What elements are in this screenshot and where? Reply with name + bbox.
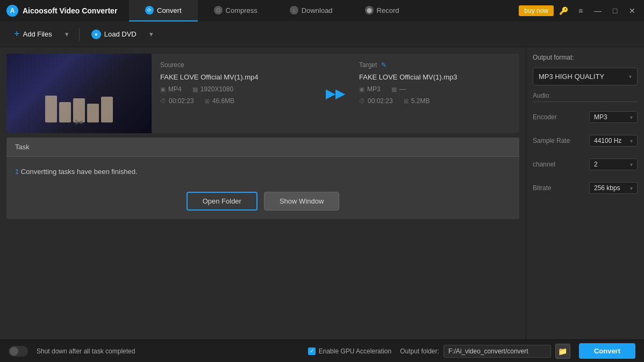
target-size-icon: ⊞ — [404, 98, 409, 105]
target-format-icon: ▣ — [359, 86, 364, 93]
app-icon: A — [6, 5, 18, 17]
tab-record[interactable]: ⬤ Record — [349, 0, 416, 21]
content-area: ✂ Sourece FAKE LOVE Official MV(1).mp4 ▣… — [0, 47, 526, 339]
compress-tab-icon: ⬡ — [214, 6, 223, 15]
compress-tab-label: Compress — [226, 6, 257, 15]
target-resolution: ▦ — — [391, 85, 406, 93]
convert-tab-icon: ⟳ — [145, 6, 154, 15]
tab-compress[interactable]: ⬡ Compress — [198, 0, 274, 21]
buy-now-button[interactable]: buy now — [519, 5, 554, 16]
tab-download[interactable]: ↓ Download — [274, 0, 349, 21]
task-dialog-header: Task — [6, 137, 519, 157]
plus-icon: + — [14, 28, 20, 40]
key-icon[interactable]: 🔑 — [556, 3, 571, 18]
menu-icon[interactable]: ≡ — [573, 3, 588, 18]
statusbar: Shut down after all task completed ✓ Ena… — [0, 339, 644, 362]
target-header: Target ✎ — [359, 61, 511, 69]
open-folder-button[interactable]: Open Folder — [187, 192, 257, 211]
add-files-button[interactable]: + Add Files — [9, 25, 58, 43]
channel-dropdown-arrow: ▾ — [630, 162, 633, 168]
target-label: Target — [359, 61, 377, 69]
add-files-label: Add Files — [23, 30, 52, 38]
load-dvd-dropdown-arrow[interactable]: ▾ — [146, 27, 157, 42]
encoder-select[interactable]: MP3 ▾ — [589, 111, 638, 123]
channel-row: channel 2 ▾ — [533, 156, 638, 173]
folder-browse-button[interactable]: 📁 — [555, 344, 570, 359]
channel-select[interactable]: 2 ▾ — [589, 158, 638, 170]
format-icon: ▣ — [160, 86, 166, 93]
thumbnail-area: ✂ — [6, 54, 152, 133]
target-meta-row2: ⏱ 00:02:23 ⊞ 5.2MB — [359, 97, 511, 105]
minimize-button[interactable]: — — [590, 3, 605, 18]
target-format-value: MP3 — [367, 85, 381, 93]
output-folder-label: Output folder: — [400, 347, 439, 355]
figure-2 — [59, 102, 71, 122]
load-dvd-button[interactable]: ● Load DVD — [86, 26, 142, 42]
bitrate-row: Bitrate 256 kbps ▾ — [533, 179, 638, 197]
gpu-label: Enable GPU Acceleration — [319, 347, 391, 355]
task-text: Convertting tasks have been finished. — [19, 168, 137, 176]
bitrate-dropdown-arrow: ▾ — [630, 185, 633, 191]
source-meta-row2: ⏱ 00:02:23 ⊞ 46.6MB — [160, 97, 312, 105]
figure-1 — [45, 96, 57, 122]
output-folder-path[interactable]: F:/Ai_video_convert/convert — [443, 345, 551, 358]
convert-arrow-icon: ▶▶ — [326, 86, 345, 101]
source-format-value: MP4 — [168, 85, 182, 93]
gpu-checkbox-area: ✓ Enable GPU Acceleration — [308, 347, 391, 355]
source-size-value: 46.6MB — [212, 97, 234, 105]
output-format-label: Output format: — [533, 54, 638, 61]
task-dialog: Task 1 Convertting tasks have been finis… — [6, 137, 519, 219]
shutdown-toggle[interactable] — [9, 346, 28, 357]
target-duration: ⏱ 00:02:23 — [359, 97, 393, 105]
toolbar-divider — [79, 28, 80, 41]
format-selector[interactable]: MP3 HIGH QUALITY ▾ — [533, 68, 638, 85]
task-buttons: Open Folder Show Window — [6, 192, 519, 219]
app-logo-area: A Aicoosoft Video Converter — [0, 5, 129, 17]
load-dvd-label: Load DVD — [104, 30, 137, 38]
source-duration-value: 00:02:23 — [169, 97, 194, 105]
output-folder-area: Output folder: F:/Ai_video_convert/conve… — [400, 344, 570, 359]
maximize-button[interactable]: □ — [607, 3, 622, 18]
add-files-dropdown-arrow[interactable]: ▾ — [62, 27, 73, 42]
close-button[interactable]: ✕ — [625, 3, 640, 18]
dvd-icon: ● — [91, 30, 101, 39]
bitrate-value: 256 kbps — [594, 184, 620, 192]
target-meta-row1: ▣ MP3 ▦ — — [359, 85, 511, 93]
target-resolution-icon: ▦ — [391, 86, 397, 93]
source-filename: FAKE LOVE Official MV(1).mp4 — [160, 73, 312, 81]
encoder-value: MP3 — [594, 113, 607, 121]
scissors-icon[interactable]: ✂ — [75, 116, 84, 129]
channel-value: 2 — [594, 161, 598, 168]
gpu-checkbox[interactable]: ✓ — [308, 347, 316, 355]
source-duration: ⏱ 00:02:23 — [160, 97, 194, 105]
bitrate-select[interactable]: 256 kbps ▾ — [589, 182, 638, 194]
download-tab-label: Download — [302, 6, 333, 15]
format-dropdown-arrow: ▾ — [629, 74, 632, 79]
duration-icon: ⏱ — [160, 98, 166, 104]
sample-rate-dropdown-arrow: ▾ — [630, 138, 633, 144]
download-tab-icon: ↓ — [290, 6, 298, 15]
record-tab-icon: ⬤ — [365, 6, 374, 15]
titlebar: A Aicoosoft Video Converter ⟳ Convert ⬡ … — [0, 0, 644, 21]
arrow-area: ▶▶ — [320, 54, 350, 133]
source-resolution-value: 1920X1080 — [201, 85, 233, 93]
sample-rate-select[interactable]: 44100 Hz ▾ — [589, 135, 638, 147]
target-info: Target ✎ FAKE LOVE Official MV(1).mp3 ▣ … — [350, 54, 519, 133]
right-panel: Output format: MP3 HIGH QUALITY ▾ Audio … — [526, 47, 644, 339]
target-duration-icon: ⏱ — [359, 98, 365, 104]
target-filename: FAKE LOVE Official MV(1).mp3 — [359, 73, 511, 81]
convert-button[interactable]: Convert — [579, 343, 635, 359]
source-label: Sourece — [160, 61, 312, 69]
show-window-button[interactable]: Show Window — [264, 192, 339, 211]
edit-icon[interactable]: ✎ — [381, 61, 387, 69]
titlebar-right: buy now 🔑 ≡ — □ ✕ — [519, 3, 644, 18]
main-area: ✂ Sourece FAKE LOVE Official MV(1).mp4 ▣… — [0, 47, 644, 339]
tab-convert[interactable]: ⟳ Convert — [129, 0, 198, 21]
encoder-row: Encoder MP3 ▾ — [533, 108, 638, 126]
convert-tab-label: Convert — [157, 6, 182, 15]
source-meta-row1: ▣ MP4 ▦ 1920X1080 — [160, 85, 312, 93]
resolution-icon: ▦ — [192, 86, 198, 93]
nav-tabs: ⟳ Convert ⬡ Compress ↓ Download ⬤ Record — [129, 0, 519, 21]
figure-4 — [87, 104, 99, 122]
encoder-label: Encoder — [533, 113, 557, 121]
